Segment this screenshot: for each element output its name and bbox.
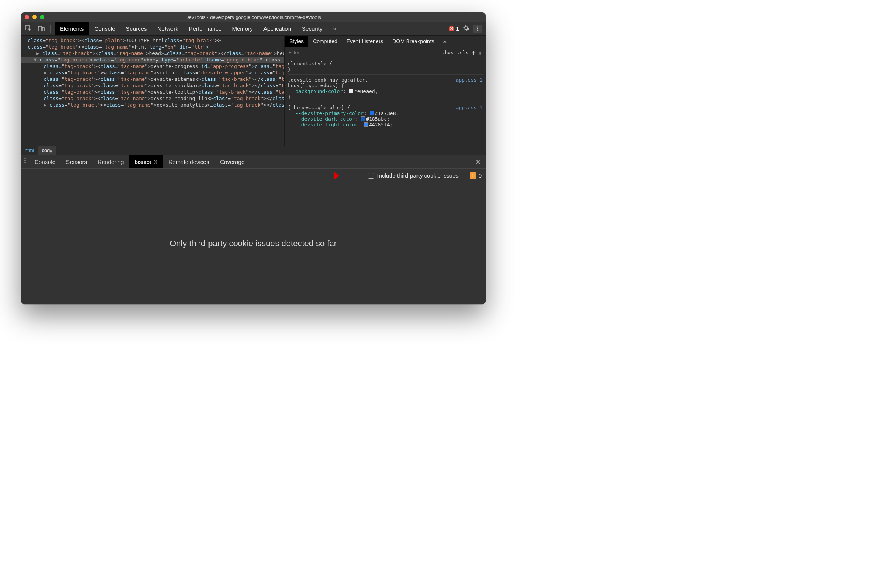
svg-point-5 bbox=[477, 30, 478, 31]
tab-sources[interactable]: Sources bbox=[121, 22, 152, 35]
css-rule[interactable]: element.style {} bbox=[288, 60, 483, 75]
dom-node[interactable]: class="tag-brack"><class="tag-name">devs… bbox=[21, 89, 284, 95]
drawer-tab-console[interactable]: Console bbox=[29, 155, 61, 168]
styles-tab-styles[interactable]: Styles bbox=[285, 36, 308, 47]
divider bbox=[50, 25, 51, 33]
drawer-panel: ConsoleSensorsRenderingIssues✕Remote dev… bbox=[21, 155, 486, 304]
css-source-link[interactable]: app.css:1 bbox=[456, 105, 483, 110]
tab-elements[interactable]: Elements bbox=[55, 22, 89, 35]
tab-network[interactable]: Network bbox=[152, 22, 184, 35]
css-rule[interactable]: app.css:1.devsite-book-nav-bg:after,body… bbox=[288, 76, 483, 102]
drawer-tabs: ConsoleSensorsRenderingIssues✕Remote dev… bbox=[21, 155, 486, 169]
kebab-menu-icon[interactable] bbox=[473, 25, 482, 33]
drawer-tab-remote-devices[interactable]: Remote devices bbox=[163, 155, 215, 168]
dom-node[interactable]: class="tag-brack"><class="tag-name">devs… bbox=[21, 63, 284, 69]
cls-toggle[interactable]: .cls bbox=[457, 50, 468, 55]
tabs-overflow-icon[interactable]: » bbox=[328, 22, 341, 35]
styles-tab-dom-breakpoints[interactable]: DOM Breakpoints bbox=[388, 36, 438, 47]
issues-count-value: 0 bbox=[479, 172, 482, 179]
annotation-arrow-icon bbox=[317, 168, 340, 184]
main-tabs: ElementsConsoleSourcesNetworkPerformance… bbox=[55, 22, 328, 35]
svg-point-4 bbox=[477, 28, 478, 29]
settings-gear-icon[interactable] bbox=[463, 25, 470, 33]
tab-console[interactable]: Console bbox=[89, 22, 121, 35]
drawer-tab-coverage[interactable]: Coverage bbox=[214, 155, 250, 168]
breadcrumb-html[interactable]: html bbox=[21, 146, 38, 155]
styles-filter-bar: :hov .cls + ▮ bbox=[285, 47, 486, 58]
tab-performance[interactable]: Performance bbox=[184, 22, 227, 35]
dom-node[interactable]: class="tag-brack"><class="plain">!DOCTYP… bbox=[21, 37, 284, 44]
dom-node[interactable]: class="tag-brack"><class="tag-name">html… bbox=[21, 44, 284, 50]
divider bbox=[464, 172, 464, 179]
error-icon: ✕ bbox=[449, 26, 454, 31]
dom-node[interactable]: class="tag-brack"><class="tag-name">devs… bbox=[21, 82, 284, 89]
styles-tab-event-listeners[interactable]: Event Listeners bbox=[342, 36, 388, 47]
svg-point-8 bbox=[24, 162, 25, 163]
drawer-tab-sensors[interactable]: Sensors bbox=[61, 155, 92, 168]
window-titlebar: DevTools - developers.google.com/web/too… bbox=[21, 12, 486, 22]
styles-filter-input[interactable] bbox=[285, 50, 438, 55]
inspect-icon[interactable] bbox=[23, 24, 34, 34]
drawer-kebab-icon[interactable] bbox=[21, 155, 29, 166]
third-party-checkbox-label: Include third-party cookie issues bbox=[377, 172, 458, 179]
styles-tabs: StylesComputedEvent ListenersDOM Breakpo… bbox=[285, 36, 486, 47]
drawer-tab-issues[interactable]: Issues✕ bbox=[129, 155, 163, 168]
scrollbar-icon[interactable]: ▮ bbox=[479, 50, 482, 55]
dom-breadcrumb: html body bbox=[21, 146, 486, 155]
window-title: DevTools - developers.google.com/web/too… bbox=[21, 14, 486, 20]
main-split: class="tag-brack"><class="plain">!DOCTYP… bbox=[21, 36, 486, 146]
issues-count[interactable]: ! 0 bbox=[470, 172, 482, 179]
styles-tabs-overflow-icon[interactable]: » bbox=[439, 36, 451, 47]
drawer-tab-rendering[interactable]: Rendering bbox=[92, 155, 129, 168]
styles-panel: StylesComputedEvent ListenersDOM Breakpo… bbox=[284, 36, 486, 146]
main-toolbar: ElementsConsoleSourcesNetworkPerformance… bbox=[21, 22, 486, 36]
hov-toggle[interactable]: :hov bbox=[442, 50, 454, 55]
new-style-rule-icon[interactable]: + bbox=[472, 49, 476, 56]
elements-dom-tree[interactable]: class="tag-brack"><class="plain">!DOCTYP… bbox=[21, 36, 284, 146]
breadcrumb-body[interactable]: body bbox=[38, 146, 56, 155]
dom-node[interactable]: ⋯ ▼ class="tag-brack"><class="tag-name">… bbox=[21, 57, 284, 63]
dom-node[interactable]: class="tag-brack"><class="tag-name">devs… bbox=[21, 95, 284, 102]
svg-rect-1 bbox=[38, 26, 42, 31]
tab-security[interactable]: Security bbox=[296, 22, 328, 35]
issues-toolbar: Include third-party cookie issues ! 0 bbox=[21, 169, 486, 182]
svg-point-7 bbox=[24, 160, 25, 161]
third-party-checkbox-wrap[interactable]: Include third-party cookie issues bbox=[368, 172, 458, 179]
issues-empty-message: Only third-party cookie issues detected … bbox=[170, 239, 337, 248]
styles-tab-computed[interactable]: Computed bbox=[308, 36, 342, 47]
checkbox-icon[interactable] bbox=[368, 173, 374, 179]
error-count: 1 bbox=[456, 26, 459, 32]
styles-rules[interactable]: element.style {}app.css:1.devsite-book-n… bbox=[285, 58, 486, 146]
tab-memory[interactable]: Memory bbox=[227, 22, 258, 35]
css-rule[interactable]: app.css:1[theme=google-blue] {--devsite-… bbox=[288, 104, 483, 130]
issues-warning-icon: ! bbox=[470, 172, 476, 179]
drawer-close-icon[interactable]: ✕ bbox=[471, 155, 486, 168]
svg-point-3 bbox=[477, 26, 478, 27]
issues-body: Only third-party cookie issues detected … bbox=[21, 182, 486, 304]
devtools-window: DevTools - developers.google.com/web/too… bbox=[21, 12, 486, 304]
svg-rect-2 bbox=[42, 27, 44, 31]
close-tab-icon[interactable]: ✕ bbox=[153, 159, 158, 165]
dom-node[interactable]: ▶ class="tag-brack"><class="tag-name">he… bbox=[21, 50, 284, 57]
svg-point-6 bbox=[24, 158, 25, 159]
tab-application[interactable]: Application bbox=[258, 22, 296, 35]
css-source-link[interactable]: app.css:1 bbox=[456, 77, 483, 83]
error-count-badge[interactable]: ✕ 1 bbox=[449, 26, 459, 32]
dom-node[interactable]: class="tag-brack"><class="tag-name">devs… bbox=[21, 76, 284, 82]
device-mode-icon[interactable] bbox=[36, 24, 47, 34]
dom-node[interactable]: ▶ class="tag-brack"><class="tag-name">de… bbox=[21, 102, 284, 108]
dom-node[interactable]: ▶ class="tag-brack"><class="tag-name">se… bbox=[21, 69, 284, 76]
